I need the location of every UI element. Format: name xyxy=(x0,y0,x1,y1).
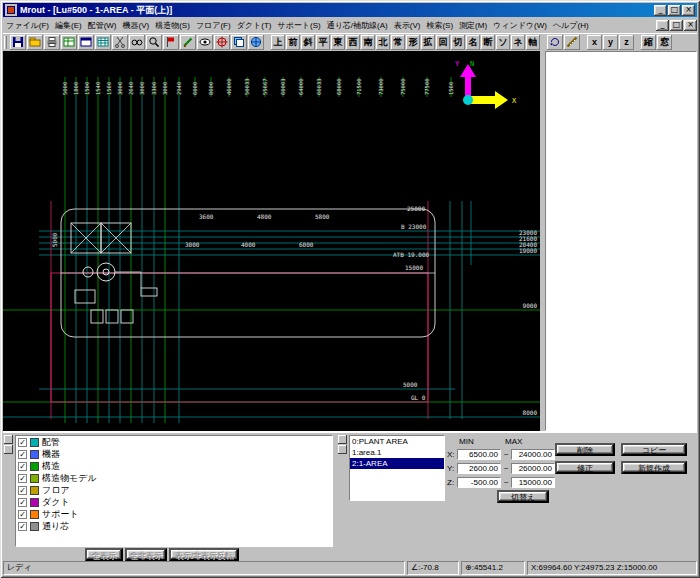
area-panel-collapse-button[interactable] xyxy=(338,435,347,444)
mdi-close-button[interactable]: × xyxy=(684,20,697,31)
layer-visibility-button[interactable]: 全表示 xyxy=(85,548,123,561)
view-button[interactable]: 断 xyxy=(481,35,495,50)
view-button[interactable]: 軸 xyxy=(526,35,540,50)
menu-item[interactable]: ウィンドウ(W) xyxy=(490,19,550,32)
layers-panel-collapse-button[interactable] xyxy=(4,435,13,444)
layer-checkbox[interactable]: ✓ xyxy=(18,438,27,447)
min-field[interactable]: 2600.00 xyxy=(457,463,501,474)
area-listbox[interactable]: 0:PLANT AREA1:area.12:1-AREA xyxy=(349,435,445,501)
view-button[interactable]: 常 xyxy=(391,35,405,50)
area-list-item[interactable]: 0:PLANT AREA xyxy=(350,436,444,447)
menu-item[interactable]: 表示(V) xyxy=(391,19,424,32)
mdi-restore-button[interactable]: □ xyxy=(670,20,683,31)
layer-checkbox[interactable]: ✓ xyxy=(18,462,27,471)
layers-icon[interactable] xyxy=(231,35,247,50)
view-button[interactable]: 拡 xyxy=(421,35,435,50)
table-icon[interactable] xyxy=(61,35,77,50)
cut-icon[interactable] xyxy=(112,35,128,50)
view-button[interactable]: 上 xyxy=(271,35,285,50)
layers-panel-close-button[interactable] xyxy=(4,445,13,454)
window-icon[interactable] xyxy=(78,35,94,50)
print-icon[interactable] xyxy=(44,35,60,50)
switch-area-button[interactable]: 切替え xyxy=(497,490,549,503)
target-icon[interactable] xyxy=(214,35,230,50)
menu-item[interactable]: 測定(M) xyxy=(456,19,490,32)
menu-item[interactable]: ヘルプ(H) xyxy=(550,19,592,32)
status-angle: ∠:-70.8 xyxy=(407,561,459,575)
modify-area-button[interactable]: 修正 xyxy=(555,461,615,474)
menu-item[interactable]: ダクト(T) xyxy=(234,19,275,32)
app-icon[interactable] xyxy=(5,4,17,16)
minimize-button[interactable]: _ xyxy=(654,5,667,16)
menu-item[interactable]: フロア(F) xyxy=(193,19,234,32)
zoom-button[interactable]: 縮 xyxy=(641,35,656,50)
area-list-item[interactable]: 2:1-AREA xyxy=(350,458,444,469)
view-button[interactable]: 東 xyxy=(331,35,345,50)
menu-item[interactable]: 編集(E) xyxy=(52,19,85,32)
layers-panel: ✓配管✓機器✓構造✓構造物モデル✓フロア✓ダクト✓サポート✓通り芯 全表示全非表… xyxy=(3,433,335,561)
view-button[interactable]: 西 xyxy=(346,35,360,50)
layer-visibility-button[interactable]: 全非表示 xyxy=(125,548,167,561)
close-button[interactable]: × xyxy=(682,5,695,16)
menu-item[interactable]: 構造物(S) xyxy=(152,19,193,32)
menu-item[interactable]: ファイル(F) xyxy=(3,19,52,32)
min-field[interactable]: 6500.00 xyxy=(457,449,501,460)
axis-z-button[interactable]: z xyxy=(619,35,634,50)
glasses-icon[interactable] xyxy=(129,35,145,50)
create-area-button[interactable]: 新規作成 xyxy=(621,461,687,474)
menu-item[interactable]: 配管(W) xyxy=(85,19,120,32)
layer-checkbox[interactable]: ✓ xyxy=(18,474,27,483)
grid-icon[interactable] xyxy=(95,35,111,50)
view-button[interactable]: 前 xyxy=(286,35,300,50)
zoom-icon[interactable] xyxy=(146,35,162,50)
pen-icon[interactable] xyxy=(180,35,196,50)
layer-listbox[interactable]: ✓配管✓機器✓構造✓構造物モデル✓フロア✓ダクト✓サポート✓通り芯 xyxy=(15,435,333,547)
flag-icon[interactable] xyxy=(163,35,179,50)
svg-text:3300: 3300 xyxy=(151,82,157,95)
menu-item[interactable]: 機器(V) xyxy=(120,19,153,32)
view-button[interactable]: 名 xyxy=(466,35,480,50)
view-button[interactable]: 切 xyxy=(451,35,465,50)
cad-viewport[interactable]: 5000180015001540156030002640300033003000… xyxy=(3,51,540,431)
maximize-button[interactable]: □ xyxy=(668,5,681,16)
max-field[interactable]: 24000.00 xyxy=(511,449,555,460)
layer-visibility-button[interactable]: 表示/非表示反転 xyxy=(169,548,239,561)
area-list-item[interactable]: 1:area.1 xyxy=(350,447,444,458)
view-button[interactable]: 南 xyxy=(361,35,375,50)
axis-y-button[interactable]: y xyxy=(603,35,618,50)
layer-checkbox[interactable]: ✓ xyxy=(18,486,27,495)
menu-item[interactable]: 検索(S) xyxy=(423,19,456,32)
zoom-button[interactable]: 窓 xyxy=(657,35,672,50)
layer-checkbox[interactable]: ✓ xyxy=(18,510,27,519)
view-button[interactable]: ソ xyxy=(496,35,510,50)
view-button[interactable]: 斜 xyxy=(301,35,315,50)
copy-area-button[interactable]: コピー xyxy=(621,443,687,456)
min-field[interactable]: -500.00 xyxy=(457,477,501,488)
menu-item[interactable]: サポート(S) xyxy=(274,19,323,32)
menu-item[interactable]: 通り芯/補助線(A) xyxy=(324,19,391,32)
delete-area-button[interactable]: 削除 xyxy=(555,443,615,456)
save-icon[interactable] xyxy=(10,35,26,50)
max-field[interactable]: 15000.00 xyxy=(511,477,555,488)
view-button[interactable]: 形 xyxy=(406,35,420,50)
mdi-minimize-button[interactable]: _ xyxy=(656,20,669,31)
world-icon[interactable] xyxy=(248,35,264,50)
axis-x-button[interactable]: x xyxy=(587,35,602,50)
toolbar-grip[interactable] xyxy=(4,36,7,49)
layer-checkbox[interactable]: ✓ xyxy=(18,450,27,459)
max-field[interactable]: 26000.00 xyxy=(511,463,555,474)
layer-checkbox[interactable]: ✓ xyxy=(18,522,27,531)
area-panel-close-button[interactable] xyxy=(338,445,347,454)
view-button[interactable]: 平 xyxy=(316,35,330,50)
view-button[interactable]: 北 xyxy=(376,35,390,50)
tree-panel[interactable] xyxy=(545,51,697,431)
cad-drawing[interactable]: 5000180015001540156030002640300033003000… xyxy=(3,51,540,431)
eye-icon[interactable] xyxy=(197,35,213,50)
layer-checkbox[interactable]: ✓ xyxy=(18,498,27,507)
measure-icon[interactable] xyxy=(564,35,580,50)
rotate-icon[interactable] xyxy=(547,35,563,50)
view-button[interactable]: ネ xyxy=(511,35,525,50)
open-icon[interactable] xyxy=(27,35,43,50)
coordinate-row: Z:-500.00~15000.00 xyxy=(447,476,555,488)
view-button[interactable]: 回 xyxy=(436,35,450,50)
